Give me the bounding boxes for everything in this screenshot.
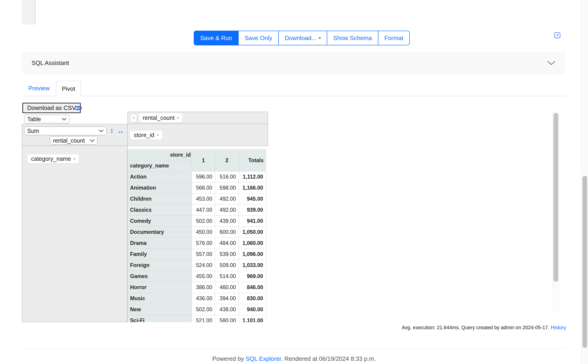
value-store-2: 539.00 [215,249,239,260]
attr-pill-label: store_id [134,132,154,138]
table-row: Comedy 502.00 439.00 941.00 [128,216,266,227]
format-button[interactable]: Format [378,31,410,46]
row-label: Documentary [128,227,192,238]
aggregator-arg-select[interactable]: rental_count [50,136,98,145]
footer-divider [22,348,566,349]
attr-pill-label: category_name [31,156,71,162]
pivot-rows-area [22,146,127,322]
value-store-1: 436.00 [192,293,215,304]
history-link[interactable]: History [551,325,566,330]
value-store-1: 524.00 [192,260,215,271]
value-store-1: 568.00 [192,182,215,194]
renderer-select[interactable]: Table [24,115,69,123]
value-total: 846.00 [239,282,266,293]
attr-pill-category-name[interactable]: category_name ▾ [27,154,79,163]
pivot-result-table: store_id 1 2 Totals category_name Action… [127,149,266,322]
value-total: 1,101.00 [239,315,266,322]
pivot-result-table-container: store_id 1 2 Totals category_name Action… [127,149,266,322]
permalink-icon[interactable] [74,105,83,112]
col-header-store-2: 2 [215,150,239,171]
value-store-1: 453.00 [192,194,215,205]
move-vertical-icon[interactable]: ↕ [110,126,114,135]
value-store-1: 576.00 [192,238,215,249]
value-store-2: 460.00 [215,282,239,293]
table-row: Games 455.00 514.00 969.00 [128,271,266,282]
value-store-2: 514.00 [215,271,239,282]
value-store-1: 450.00 [192,227,215,238]
row-label: Animation [128,182,192,194]
move-horizontal-icon[interactable]: ↔ [117,127,124,135]
value-store-1: 386.00 [192,282,215,293]
results-tabbar: Preview Pivot [22,81,566,96]
col-header-totals: Totals [239,150,266,171]
save-only-button[interactable]: Save Only [238,31,279,46]
row-label: Music [128,293,192,304]
editor-gutter-remnant [22,0,36,24]
show-schema-button[interactable]: Show Schema [327,31,378,46]
tab-pivot[interactable]: Pivot [56,81,81,96]
pivot-scrollbar-thumb[interactable] [553,113,558,282]
table-row: Classics 447.00 492.00 939.00 [128,205,266,216]
pivot-scrollbar-track[interactable] [552,111,559,312]
value-total: 1,050.00 [239,227,266,238]
row-label: New [128,304,192,315]
row-axis-label: category_name [128,160,169,171]
value-store-1: 521.00 [192,315,215,322]
sql-assistant-panel[interactable]: SQL Assistant [22,52,566,74]
chevron-down-icon: ▾ [319,36,321,40]
value-store-1: 557.00 [192,249,215,260]
triangle-down-icon[interactable]: ▾ [73,157,75,161]
table-row: Horror 386.00 460.00 846.00 [128,282,266,293]
value-store-2: 580.00 [215,315,239,322]
download-csv-button[interactable]: Download as CSV [22,103,81,113]
triangle-down-icon[interactable]: ▾ [177,116,179,120]
query-status-line: Avg. execution: 21.644ms. Query created … [402,325,566,331]
table-row: Sci-Fi 521.00 580.00 1,101.00 [128,315,266,322]
table-row: Action 596.00 516.00 1,112.00 [128,171,266,182]
table-row: Music 436.00 394.00 830.00 [128,293,266,304]
value-store-2: 484.00 [215,238,239,249]
chevron-down-icon[interactable] [547,60,556,65]
page-scrollbar-thumb[interactable] [582,176,587,348]
download-dropdown-button[interactable]: Download... ▾ [278,31,327,46]
row-label: Foreign [128,260,192,271]
value-total: 1,033.00 [239,260,266,271]
row-label: Comedy [128,216,192,227]
table-row: Foreign 524.00 509.00 1,033.00 [128,260,266,271]
attr-pill-store-id[interactable]: store_id ▾ [130,130,163,140]
blank-header-cell [169,160,192,171]
page-scrollbar-track[interactable] [581,0,588,364]
value-store-2: 600.00 [215,227,239,238]
aggregator-arg-select-wrap: rental_count [50,136,98,145]
open-in-new-window-icon[interactable]: ↗ [554,32,560,38]
avg-execution-text: Avg. execution: 21.644ms. Query created … [402,325,549,330]
powered-by-text: Powered by [212,355,246,362]
attr-pill-rental-count[interactable]: rental_count ▾ [139,113,183,123]
value-store-1: 502.00 [192,304,215,315]
value-total: 969.00 [239,271,266,282]
sql-explorer-page: Save & Run Save Only Download... ▾ Show … [0,0,588,364]
sql-explorer-link[interactable]: SQL Explorer [245,355,281,362]
aggregator-select[interactable]: Sum [24,126,106,135]
tab-preview[interactable]: Preview [22,81,56,96]
row-label: Games [128,271,192,282]
row-label: Family [128,249,192,260]
col-header-store-1: 1 [192,150,215,171]
aggregator-select-wrap: Sum [24,126,106,135]
row-label: Drama [128,238,192,249]
value-store-2: 598.00 [215,182,239,194]
triangle-down-icon[interactable]: ▾ [157,133,159,137]
unused-attrs-filter-caret-button[interactable]: ▾ [130,114,137,122]
sql-assistant-title: SQL Assistant [32,59,69,67]
row-label: Children [128,194,192,205]
value-total: 1,096.00 [239,249,266,260]
table-row: Drama 576.00 484.00 1,060.00 [128,238,266,249]
row-label: Sci-Fi [128,315,192,322]
save-and-run-button[interactable]: Save & Run [194,31,239,46]
download-label: Download... [285,35,316,42]
table-row: Animation 568.00 598.00 1,166.00 [128,182,266,194]
corner-cell [128,150,169,160]
col-axis-label: store_id [169,150,192,160]
value-total: 1,112.00 [239,171,266,182]
value-total: 940.00 [239,304,266,315]
